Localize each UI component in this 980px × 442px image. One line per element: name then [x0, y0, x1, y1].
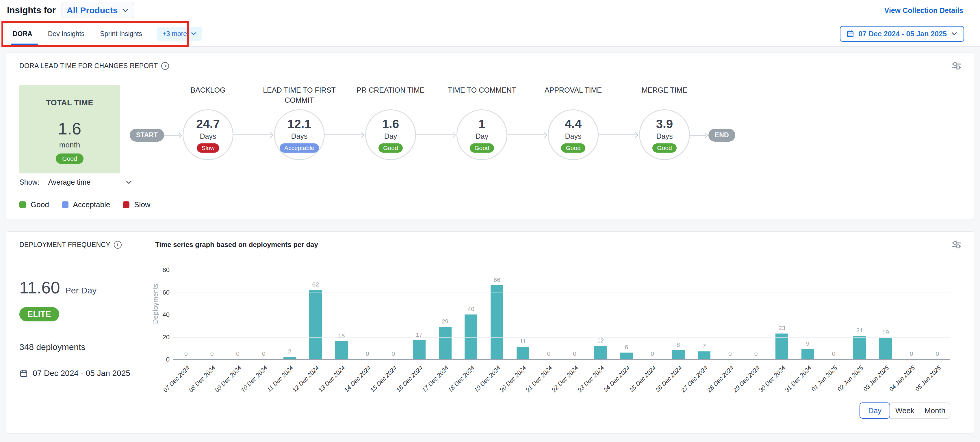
legend-swatch: [19, 201, 26, 208]
granularity-week-button[interactable]: Week: [889, 402, 920, 419]
date-range-label: 07 Dec 2024 - 05 Jan 2025: [858, 30, 947, 38]
plot-area: 0000262160017294066110012608700239021190…: [173, 263, 950, 360]
deployment-chart: Deployments 0000262160017294066110012608…: [155, 263, 962, 395]
y-tick-label: 60: [156, 289, 170, 296]
legend: GoodAcceptableSlow: [19, 200, 962, 209]
bar-value-label: 0: [366, 350, 369, 357]
legend-item-good: Good: [19, 200, 49, 209]
flow-arrow: [234, 132, 274, 137]
bar: [620, 353, 633, 359]
bar-value-label: 62: [312, 281, 319, 288]
bar-slot: 23: [769, 325, 795, 359]
stats-date-range: 07 Dec 2024 - 05 Jan 2025: [19, 369, 155, 378]
bar-value-label: 11: [520, 338, 526, 345]
stage-unit: Days: [200, 132, 216, 141]
granularity-day-button[interactable]: Day: [859, 402, 890, 419]
bar-value-label: 0: [262, 350, 266, 357]
bar-value-label: 0: [754, 350, 758, 357]
flow-stage-lead-time-to-first-commit: LEAD TIME TO FIRST COMMIT12.1DaysAccepta…: [274, 85, 325, 160]
show-label: Show:: [19, 178, 39, 186]
stage-circle[interactable]: 1DayGood: [457, 109, 508, 160]
bar-value-label: 12: [597, 337, 604, 344]
bar: [517, 347, 529, 359]
tab-dora[interactable]: DORA: [12, 22, 33, 45]
bar: [283, 357, 296, 359]
info-icon[interactable]: i: [114, 241, 122, 249]
stage-circle[interactable]: 12.1DaysAcceptable: [274, 109, 325, 160]
tab-dev-insights[interactable]: Dev Insights: [48, 22, 85, 45]
bar-value-label: 21: [856, 327, 863, 334]
legend-item-slow: Slow: [123, 200, 150, 209]
more-tabs-button[interactable]: +3 more: [157, 27, 202, 41]
bar-slot: 6: [613, 344, 640, 359]
end-pill: END: [708, 129, 735, 142]
bar-slot: 40: [458, 306, 484, 359]
legend-label: Acceptable: [73, 200, 110, 209]
flow-arrow: [508, 132, 548, 137]
flow-stage-backlog: BACKLOG24.7DaysSlow: [183, 85, 234, 160]
stage-unit: Day: [384, 132, 397, 141]
y-tick-label: 80: [156, 266, 170, 274]
page-title: Insights for: [7, 5, 56, 16]
stage-value: 1: [479, 117, 485, 131]
stage-status-badge: Good: [470, 143, 494, 153]
stage-circle[interactable]: 4.4DaysGood: [548, 109, 599, 160]
bar: [335, 341, 348, 359]
product-selector[interactable]: All Products: [62, 3, 135, 18]
legend-swatch: [62, 201, 68, 208]
show-dropdown[interactable]: Show: Average time: [19, 178, 133, 186]
date-range-picker[interactable]: 07 Dec 2024 - 05 Jan 2025: [840, 26, 964, 42]
bars: 0000262160017294066110012608700239021190…: [173, 263, 950, 359]
stage-value: 3.9: [656, 117, 673, 131]
stage-status-badge: Acceptable: [280, 143, 319, 153]
bar: [439, 327, 452, 359]
lead-time-card-title: DORA LEAD TIME FOR CHANGES REPORT: [19, 62, 158, 70]
x-axis-ticks: 07 Dec 202408 Dec 202409 Dec 202410 Dec …: [173, 360, 950, 395]
bar-slot: 0: [355, 350, 380, 359]
deployment-rate-unit: Per Day: [65, 286, 97, 295]
bar-slot: 0: [225, 350, 251, 359]
flow-stage-pr-creation-time: PR CREATION TIME1.6DayGood: [365, 85, 416, 160]
bar: [698, 352, 710, 359]
bar-slot: 19: [872, 329, 899, 359]
stage-status-badge: Good: [652, 143, 676, 153]
bar-value-label: 7: [702, 342, 706, 349]
more-tabs-label: +3 more: [162, 30, 187, 38]
chevron-down-icon: [951, 30, 958, 37]
flow-diagram: STARTBACKLOG24.7DaysSlowLEAD TIME TO FIR…: [130, 85, 735, 160]
bar-value-label: 2: [288, 348, 291, 355]
chevron-down-icon: [122, 6, 129, 14]
bar-slot: 0: [380, 350, 406, 359]
flow-arrow: [164, 133, 183, 138]
stage-value: 24.7: [196, 117, 220, 131]
view-collection-details-link[interactable]: View Collection Details: [885, 6, 963, 15]
bar: [853, 336, 866, 359]
tab-sprint-insights[interactable]: Sprint Insights: [99, 22, 143, 45]
bar: [594, 346, 607, 360]
x-tick-label: 07 Dec 2024: [162, 364, 191, 393]
bar-value-label: 0: [935, 350, 939, 357]
stage-circle[interactable]: 3.9DaysGood: [639, 109, 690, 160]
stage-circle[interactable]: 24.7DaysSlow: [183, 109, 234, 160]
deployment-card-title: DEPLOYMENT FREQUENCY: [19, 241, 110, 249]
bar-slot: 8: [665, 341, 691, 359]
sliders-icon[interactable]: [951, 62, 962, 70]
stage-title: PR CREATION TIME: [343, 85, 439, 95]
stage-title: MERGE TIME: [617, 85, 713, 95]
bar-slot: 0: [821, 350, 847, 359]
bar-slot: 0: [924, 350, 950, 359]
total-time-unit: month: [59, 141, 80, 149]
stage-circle[interactable]: 1.6DayGood: [365, 109, 416, 160]
stage-title: LEAD TIME TO FIRST COMMIT: [251, 85, 347, 105]
flow-stage-time-to-comment: TIME TO COMMENT1DayGood: [457, 85, 508, 160]
bar-slot: 2: [277, 348, 303, 359]
info-icon[interactable]: i: [161, 62, 169, 70]
bar-slot: 0: [562, 350, 588, 359]
bar: [413, 340, 426, 359]
start-pill: START: [130, 129, 164, 142]
x-tick: 05 Jan 2025: [924, 360, 950, 395]
stage-status-badge: Good: [561, 143, 585, 153]
granularity-month-button[interactable]: Month: [920, 402, 950, 419]
chart-subtitle: Time series graph based on deployments p…: [155, 241, 318, 249]
sliders-icon[interactable]: [951, 240, 962, 249]
